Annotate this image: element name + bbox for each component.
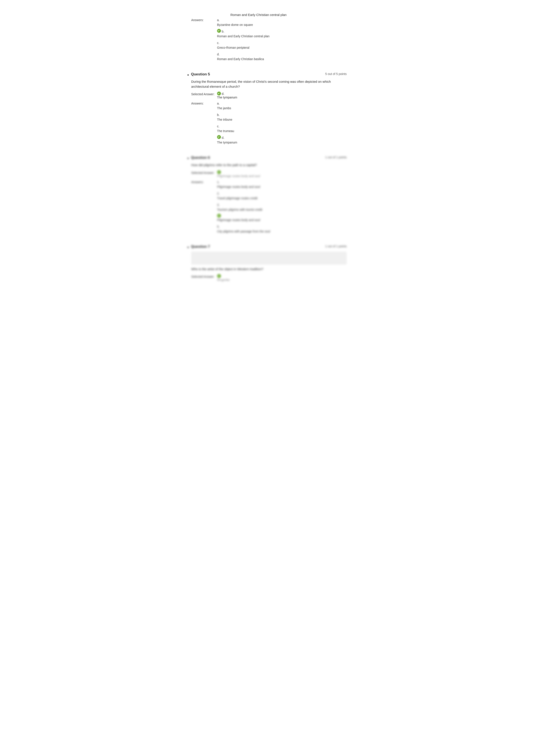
q6-bullet: • bbox=[187, 156, 189, 161]
q6-selected-check-icon bbox=[217, 170, 221, 174]
q5-option-b: b. The tribune bbox=[217, 113, 347, 122]
q6-option-4: Pilgrimage routes body and soul bbox=[217, 214, 347, 222]
q6-header: • Question 6 1 out of 1 points bbox=[187, 155, 347, 161]
q6-option-1: 1. Pilgrimage routes body and soul bbox=[217, 180, 347, 189]
q5-option-c: c. The trumeau bbox=[217, 124, 347, 133]
correct-check-icon-q4b bbox=[217, 29, 221, 33]
q6-text: How did pilgrims refer to the path to a … bbox=[191, 163, 347, 168]
q6-selected-label: Selected Answer: bbox=[191, 171, 217, 178]
q6-answers-content: 1. Pilgrimage routes body and soul 2. Tr… bbox=[217, 180, 347, 236]
q5-selected-text: The tympanum bbox=[217, 96, 347, 99]
q5-selected-check-icon bbox=[217, 92, 221, 95]
prior-answer-text: Roman and Early Christian central plan bbox=[230, 13, 287, 16]
q5-option-a: a. The jambs bbox=[217, 101, 347, 111]
q6-option-5: 5. City pilgrims with passage from the s… bbox=[217, 225, 347, 234]
q5-text: During the Romanesque period, the vision… bbox=[191, 79, 347, 89]
q4-option-a: a. Byzantine dome on square bbox=[217, 18, 347, 27]
q7-header: • Question 7 1 out of 1 points bbox=[187, 245, 347, 250]
q4-option-d: d. Roman and Early Christian basilica bbox=[217, 52, 347, 61]
q5-header: • Question 5 5 out of 5 points bbox=[187, 72, 347, 78]
q6-answers-label: Answers: bbox=[191, 180, 217, 236]
q6-selected-content: Pilgrimage routes body and soul bbox=[217, 171, 347, 178]
q7-selected-label: Selected Answer: bbox=[191, 275, 217, 282]
q7-title: Question 7 bbox=[191, 245, 210, 249]
q4-option-c: c. Greco-Roman peripteral bbox=[217, 41, 347, 50]
q6-check-icon-4 bbox=[217, 214, 221, 218]
q6-title: Question 6 bbox=[191, 155, 210, 160]
q5-answers-label: Answers: bbox=[191, 101, 217, 147]
q6-points: 1 out of 1 points bbox=[325, 155, 347, 159]
q7-selected-check-icon bbox=[217, 274, 221, 278]
q7-points: 1 out of 1 points bbox=[325, 245, 347, 248]
answers-label-q4: Answers: bbox=[191, 18, 217, 64]
q5-option-d: d. The tympanum bbox=[217, 136, 347, 145]
q5-title: Question 5 bbox=[191, 72, 210, 76]
q5-selected-content: d. The tympanum bbox=[217, 92, 347, 99]
q5-bullet: • bbox=[187, 73, 189, 78]
answers-content-q4: a. Byzantine dome on square b. Roman and… bbox=[217, 18, 347, 64]
q6-selected-text: Pilgrimage routes body and soul bbox=[217, 174, 347, 178]
q5-answers-content: a. The jambs b. The tribune c. The trume… bbox=[217, 101, 347, 147]
q7-bullet: • bbox=[187, 245, 189, 250]
q7-selected-content: Ringerike bbox=[217, 275, 347, 282]
q7-sub-text: Who is the artist of the object in Weste… bbox=[191, 267, 347, 272]
q4-option-b: b. Roman and Early Christian central pla… bbox=[217, 29, 347, 39]
q5-check-icon-d bbox=[217, 135, 221, 139]
q6-option-3: 3. Tourism pilgrims with tourist credit bbox=[217, 203, 347, 212]
q5-points: 5 out of 5 points bbox=[325, 72, 347, 76]
q6-option-2: 2. Travel pilgrimage routes credit bbox=[217, 191, 347, 201]
q7-selected-text: Ringerike bbox=[217, 278, 347, 282]
q5-selected-label: Selected Answer: bbox=[191, 92, 217, 99]
